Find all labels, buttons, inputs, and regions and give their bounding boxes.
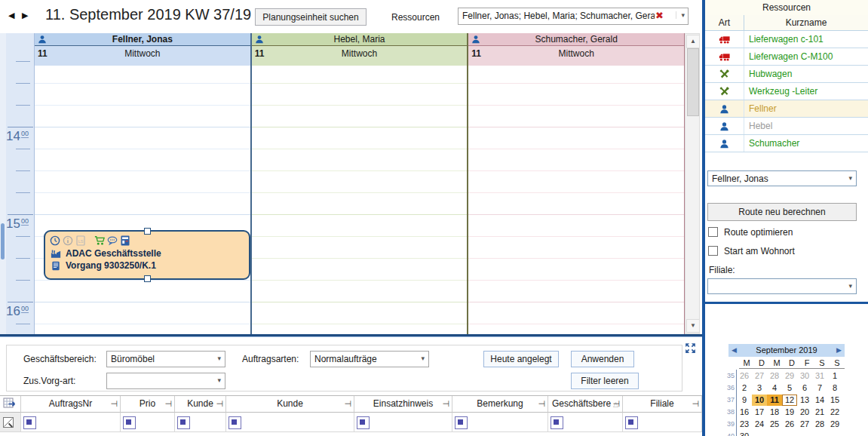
calendar-day[interactable]: 28 [812,419,827,430]
scheduler-column-body[interactable]: LSADAC GeschäftsstelleVorgang 9303250/K.… [35,66,250,334]
calendar-day[interactable]: 12 [782,395,797,406]
calendar-day[interactable]: 26 [737,370,752,382]
scroll-position-indicator[interactable] [1,223,5,259]
scheduler-column-body[interactable] [252,66,468,334]
filter-editor-button[interactable] [551,416,563,429]
calendar-day[interactable]: 31 [812,370,827,382]
filter-editor-button[interactable] [23,416,36,429]
orders-column-header[interactable]: AuftragsNr⊣ [21,396,121,413]
next-day-icon[interactable]: ▶ [22,11,28,20]
calendar-day[interactable]: 1 [827,370,842,382]
filter-row-cell[interactable] [623,413,702,432]
filter-leeren-button[interactable]: Filter leeren [571,373,639,389]
calendar-prev-icon[interactable]: ◀ [732,344,737,357]
calendar-day[interactable]: 6 [797,382,812,394]
calendar-day[interactable]: 25 [767,419,782,430]
calendar-day[interactable]: 10 [752,395,767,406]
orders-column-header[interactable]: Filiale⊣ [623,396,702,413]
calendar-day[interactable]: 8 [827,382,842,394]
calendar-day[interactable]: 19 [782,407,797,418]
calendar-day[interactable]: 4 [767,382,782,394]
kurzname-column-header[interactable]: Kurzname [744,15,868,30]
resource-row[interactable]: Werkzeug -Leiter [705,83,868,100]
resource-column-header[interactable]: Schumacher, Gerald [468,33,684,46]
calendar-day[interactable]: 3 [752,382,767,394]
vertical-scrollbar[interactable]: ▲ ▼ [685,33,700,334]
resize-handle-bottom[interactable] [144,275,151,282]
calendar-day[interactable]: 11 [767,395,782,406]
resource-row[interactable]: Lieferwagen c-101 [705,31,868,48]
scheduler-column-body[interactable] [468,66,684,334]
calendar-day[interactable]: 7 [812,382,827,394]
orders-column-header[interactable]: Bemerkung⊣ [452,396,548,413]
start-am-wohnort-checkbox[interactable] [708,246,718,256]
pin-icon[interactable]: ⊣ [538,396,545,412]
calendar-day[interactable]: 15 [827,395,842,406]
pin-icon[interactable]: ⊣ [442,396,449,412]
filter-editor-button[interactable] [455,416,468,429]
pin-icon[interactable]: ⊣ [692,396,699,412]
calendar-day[interactable]: 22 [827,407,842,418]
chevron-down-icon[interactable]: ▾ [848,174,852,182]
calendar-day[interactable]: 23 [737,419,752,430]
prev-day-icon[interactable]: ◀ [8,11,14,20]
search-planning-unit-button[interactable]: Planungseinheit suchen [255,8,367,26]
filter-row-cell[interactable] [21,413,121,432]
calendar-day[interactable]: 20 [797,407,812,418]
filter-editor-button[interactable] [229,416,241,429]
resize-handle-top[interactable] [144,228,151,235]
calendar-day[interactable]: 27 [752,370,767,382]
no-filter-icon[interactable] [2,416,14,428]
calendar-day[interactable]: 29 [782,370,797,382]
chevron-down-icon[interactable]: ▾ [421,355,425,362]
pin-icon[interactable]: ⊣ [110,396,118,412]
filter-row-corner[interactable] [0,413,21,432]
scroll-up-icon[interactable]: ▲ [686,35,700,48]
chevron-down-icon[interactable]: ▾ [848,282,852,290]
geschaeftsbereich-combobox[interactable]: Büromöbel ▾ [106,351,225,367]
calendar-day[interactable]: 30 [797,370,812,382]
chevron-down-icon[interactable]: ▾ [217,355,221,362]
filter-row-cell[interactable] [452,413,548,432]
filter-editor-button[interactable] [357,416,370,429]
calendar-day[interactable]: 16 [737,407,752,418]
filter-editor-button[interactable] [177,416,190,429]
chevron-down-icon[interactable]: ▾ [217,376,221,384]
heute-angelegt-button[interactable]: Heute angelegt [483,351,559,367]
day-header[interactable]: 11Mittwoch [252,46,468,66]
orders-column-header[interactable]: Prio⊣ [121,396,175,413]
calendar-day[interactable]: 13 [797,395,812,406]
calendar-next-icon[interactable]: ▶ [836,344,842,357]
calendar-day[interactable]: 17 [752,407,767,418]
filter-row-cell[interactable] [354,413,452,432]
orders-column-header[interactable]: Geschäftsbere△⊣ [548,396,623,413]
scroll-down-icon[interactable]: ▼ [686,319,700,333]
appointment[interactable]: LSADAC GeschäftsstelleVorgang 9303250/K.… [44,230,250,280]
resource-select-combobox[interactable]: Fellner, Jonas ▾ [707,170,857,186]
filter-row-cell[interactable] [121,413,175,432]
calendar-day[interactable]: 21 [812,407,827,418]
resource-column-header[interactable]: Fellner, Jonas [35,33,250,46]
calendar-day[interactable]: 30 [737,431,752,436]
filter-editor-button[interactable] [625,416,638,429]
calendar-day[interactable]: 18 [767,407,782,418]
filter-row-cell[interactable] [548,413,623,432]
filter-row-cell[interactable] [226,413,354,432]
filter-row-cell[interactable] [175,413,226,432]
resource-row[interactable]: Schumacher [705,135,868,152]
route-neu-berechnen-button[interactable]: Route neu berechnen [707,203,857,221]
resource-column-header[interactable]: Hebel, Maria [252,33,468,46]
pin-icon[interactable]: ⊣ [164,396,172,412]
route-optimieren-checkbox[interactable] [708,227,718,237]
orders-column-header[interactable]: Kunde⊣ [175,396,226,413]
calendar-day[interactable]: 2 [737,382,752,394]
orders-column-header[interactable]: Kunde⊣ [226,396,354,413]
anwenden-button[interactable]: Anwenden [571,351,634,367]
calendar-day[interactable]: 9 [737,395,752,406]
pin-icon[interactable]: ⊣ [344,396,351,412]
pin-icon[interactable]: ⊣ [216,396,223,412]
clear-resources-icon[interactable]: ✖ [655,10,664,21]
calendar-day[interactable]: 26 [782,419,797,430]
resource-row[interactable]: Lieferwagen C-M100 [705,48,868,66]
zusvorgart-combobox[interactable]: ▾ [106,373,225,389]
